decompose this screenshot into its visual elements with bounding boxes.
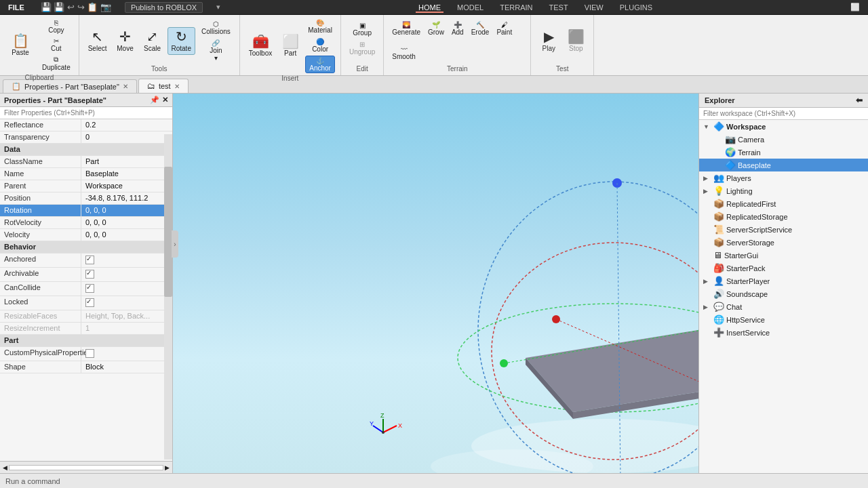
workspace-expand-icon[interactable]: ▼ bbox=[703, 123, 711, 130]
tree-baseplate[interactable]: 🔷 Baseplate bbox=[699, 159, 868, 171]
tree-insertservice[interactable]: ➕ InsertService bbox=[699, 326, 868, 339]
z-label: Z bbox=[380, 412, 384, 419]
properties-tab-close[interactable]: ✕ bbox=[123, 83, 128, 90]
explorer-filter-input[interactable] bbox=[703, 110, 864, 117]
replicatedfirst-icon: 📦 bbox=[713, 199, 724, 209]
color-button[interactable]: 🔵 Color bbox=[305, 37, 335, 54]
anchor-button[interactable]: ⚓ Anchor bbox=[305, 56, 335, 73]
command-bar[interactable]: Run a command bbox=[0, 473, 868, 488]
plugins-tab[interactable]: PLUGINS bbox=[617, 2, 655, 13]
tree-workspace[interactable]: ▼ 🔷 Workspace bbox=[699, 120, 868, 133]
test-tab-close[interactable]: ✕ bbox=[174, 83, 180, 90]
workspace-icon: 🔷 bbox=[713, 121, 724, 131]
view-tab[interactable]: VIEW bbox=[582, 2, 606, 13]
paint-terrain-button[interactable]: 🖌 Paint bbox=[494, 20, 515, 37]
prop-scrollbar[interactable] bbox=[164, 134, 172, 460]
explorer-expand-icon[interactable]: ⬅ bbox=[856, 96, 863, 105]
terrain-tab[interactable]: TERRAIN bbox=[497, 2, 535, 13]
prop-parent: Parent Workspace bbox=[0, 180, 172, 192]
tree-startergui[interactable]: 🖥 StarterGui bbox=[699, 249, 868, 262]
prop-anchored: Anchored bbox=[0, 253, 172, 268]
tree-serverscriptservice[interactable]: 📜 ServerScriptService bbox=[699, 223, 868, 236]
tree-httpservice[interactable]: 🌐 HttpService bbox=[699, 313, 868, 326]
copy-button[interactable]: ⎘ Copy bbox=[39, 18, 73, 35]
toolbar-icons: 💾 💾 ↩ ↪ 📋 📷 bbox=[38, 1, 114, 14]
material-icon: 🎨 bbox=[316, 19, 324, 26]
tree-camera[interactable]: 📷 Camera bbox=[699, 133, 868, 146]
test-tab-label: test bbox=[159, 82, 171, 90]
home-tab[interactable]: HOME bbox=[416, 2, 443, 13]
serverstorage-label: ServerStorage bbox=[726, 239, 864, 247]
tree-chat[interactable]: ▶ 💬 Chat bbox=[699, 300, 868, 313]
cut-button[interactable]: ✂ Cut bbox=[39, 36, 73, 54]
workspace-label: Workspace bbox=[726, 123, 864, 131]
tree-starterplayer[interactable]: ▶ 👤 StarterPlayer bbox=[699, 274, 868, 287]
properties-filter-input[interactable] bbox=[4, 109, 168, 117]
tree-players[interactable]: ▶ 👥 Players bbox=[699, 171, 868, 184]
tree-lighting[interactable]: ▶ 💡 Lighting bbox=[699, 184, 868, 197]
prop-pin-icon[interactable]: 📌 bbox=[150, 96, 159, 104]
cmdbar-label: Run a command bbox=[5, 477, 60, 485]
file-menu[interactable]: FILE bbox=[5, 2, 27, 13]
scroll-left-icon[interactable]: ◀ bbox=[3, 464, 7, 471]
tree-soundscape[interactable]: 🔊 Soundscape bbox=[699, 287, 868, 300]
collisions-button[interactable]: ⬡ Collisions bbox=[198, 19, 234, 37]
tree-replicatedstorage[interactable]: 📦 ReplicatedStorage bbox=[699, 210, 868, 223]
prop-hscrolltrack[interactable] bbox=[9, 465, 163, 470]
axes-origin bbox=[382, 431, 384, 434]
part-button[interactable]: ⬜ Part bbox=[278, 33, 302, 59]
viewport[interactable]: X Y Z + bbox=[173, 94, 698, 473]
tab-test[interactable]: 🗂 test ✕ bbox=[138, 79, 189, 93]
group-button[interactable]: ▣ Group bbox=[350, 20, 374, 38]
scroll-right-icon[interactable]: ▶ bbox=[165, 464, 170, 471]
erode-button[interactable]: 🔨 Erode bbox=[469, 20, 492, 37]
chat-label: Chat bbox=[726, 303, 864, 311]
prop-rotation[interactable]: Rotation 0, 0, 0 bbox=[0, 205, 172, 217]
explorer-filter[interactable] bbox=[699, 108, 868, 120]
replicatedstorage-icon: 📦 bbox=[713, 211, 724, 222]
stop-button[interactable]: ⬛ Stop bbox=[564, 28, 588, 54]
join-button[interactable]: 🔗 Join ▾ bbox=[198, 38, 234, 63]
explorer-tree: ▼ 🔷 Workspace 📷 Camera 🌍 Terrain bbox=[699, 120, 868, 473]
terrain-label: Terrain bbox=[738, 148, 864, 157]
generate-button[interactable]: 🌄 Generate bbox=[389, 20, 423, 37]
move-button[interactable]: ✛ Move bbox=[113, 28, 138, 54]
anchor-icon: ⚓ bbox=[316, 57, 324, 64]
tree-replicatedfirst[interactable]: 📦 ReplicatedFirst bbox=[699, 197, 868, 210]
smooth-button[interactable]: 〰 Smooth bbox=[389, 44, 418, 62]
soundscape-icon: 🔊 bbox=[713, 289, 724, 299]
erode-icon: 🔨 bbox=[476, 21, 484, 28]
grow-button[interactable]: 🌱 Grow bbox=[425, 20, 447, 37]
lighting-expand[interactable]: ▶ bbox=[703, 188, 711, 195]
publish-arrow[interactable]: ▾ bbox=[214, 1, 223, 13]
players-expand[interactable]: ▶ bbox=[703, 175, 711, 182]
publish-button[interactable]: Publish to ROBLOX bbox=[125, 2, 203, 13]
serverstorage-icon: 📦 bbox=[713, 237, 724, 247]
properties-table: Reflectance 0.2 Transparency 0 Data Clas… bbox=[0, 119, 172, 461]
chat-expand[interactable]: ▶ bbox=[703, 304, 711, 310]
rotate-button[interactable]: ↻ Rotate bbox=[167, 27, 195, 55]
paste-button[interactable]: 📋 Paste bbox=[5, 32, 35, 58]
model-tab[interactable]: MODEL bbox=[454, 2, 486, 13]
toolbox-button[interactable]: 🧰 Toolbox bbox=[245, 33, 275, 59]
properties-panel: Properties - Part "Baseplate" 📌 ✕ Reflec… bbox=[0, 94, 173, 473]
test-tab[interactable]: TEST bbox=[547, 2, 571, 13]
add-button[interactable]: ➕ Add bbox=[449, 20, 467, 37]
ungroup-button[interactable]: ⊞ Ungroup bbox=[347, 39, 378, 57]
tab-properties[interactable]: 📋 Properties - Part "Baseplate" ✕ bbox=[3, 79, 137, 93]
starterplayer-expand[interactable]: ▶ bbox=[703, 278, 711, 285]
scale-button[interactable]: ⤢ Scale bbox=[140, 28, 165, 54]
play-button[interactable]: ▶ Play bbox=[536, 28, 561, 54]
prop-close-icon[interactable]: ✕ bbox=[162, 96, 168, 104]
duplicate-button[interactable]: ⧉ Duplicate bbox=[39, 54, 73, 73]
panel-collapse-handle[interactable]: › bbox=[172, 230, 178, 258]
material-button[interactable]: 🎨 Material bbox=[305, 18, 335, 35]
tree-terrain[interactable]: 🌍 Terrain bbox=[699, 146, 868, 159]
terrain-group: 🌄 Generate 🌱 Grow ➕ Add 🔨 Erode 🖌 Paint … bbox=[384, 15, 531, 75]
tree-serverstorage[interactable]: 📦 ServerStorage bbox=[699, 236, 868, 249]
properties-panel-icon: 📋 bbox=[12, 82, 21, 91]
properties-filter[interactable] bbox=[0, 107, 172, 119]
tree-starterpack[interactable]: 🎒 StarterPack bbox=[699, 262, 868, 274]
prop-transparency: Transparency 0 bbox=[0, 131, 172, 144]
select-button[interactable]: ↖ Select bbox=[85, 28, 111, 54]
